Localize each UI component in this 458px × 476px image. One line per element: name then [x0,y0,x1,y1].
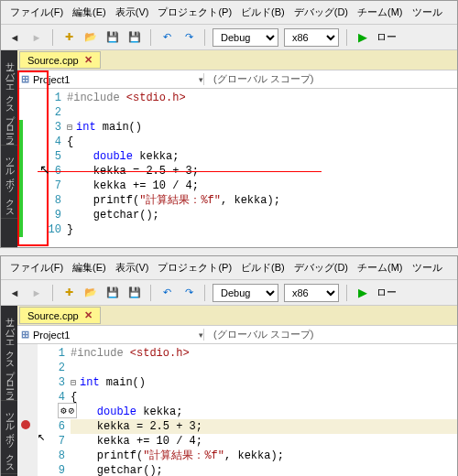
config-dropdown[interactable]: Debug [213,284,278,302]
redo-icon[interactable]: ↷ [180,285,197,301]
bottom-pane: ファイル(F) 編集(E) 表示(V) プロジェクト(P) ビルド(B) デバッ… [0,255,458,476]
toolbar: ◄ ► ✚ 📂 💾 💾 ↶ ↷ Debug x86 ▶ ロー [1,25,457,50]
toolbox-tab[interactable]: ツールボックス [1,401,17,474]
disable-icon[interactable]: ⊘ [69,405,75,416]
menu-view[interactable]: 表示(V) [112,259,153,276]
menu-build[interactable]: ビルド(B) [237,4,289,21]
top-pane: ファイル(F) 編集(E) 表示(V) プロジェクト(P) ビルド(B) デバッ… [0,0,458,248]
code-text[interactable]: #include <stdio.h> ⊟int main() { double … [71,344,457,476]
scope-crumb[interactable]: (グローバル スコープ) [208,328,453,341]
line-numbers: 12345678910 [34,89,67,239]
cpp-icon: ⊞ [21,329,29,341]
run-icon[interactable]: ▶ [354,29,371,46]
menu-file[interactable]: ファイル(F) [6,259,67,276]
file-tab[interactable]: Source.cpp ✕ [19,307,101,324]
menubar: ファイル(F) 編集(E) 表示(V) プロジェクト(P) ビルド(B) デバッ… [1,1,457,25]
code-text[interactable]: #include <stdio.h> ⊟int main() { double … [67,89,457,239]
menu-team[interactable]: チーム(M) [354,259,407,276]
menu-debug[interactable]: デバッグ(D) [290,259,352,276]
menu-project[interactable]: プロジェクト(P) [154,4,235,21]
project-crumb[interactable]: Project1 [33,330,70,341]
open-icon[interactable]: 📂 [82,29,99,46]
code-area[interactable]: 12345678910 #include <stdio.h> ⊟int main… [17,89,457,239]
side-tabs: サーバー エクスプローラー ツールボックス [1,50,17,247]
editor: Source.cpp ✕ ⊞ Project1 ▾ (グローバル スコープ) 1… [17,50,457,247]
breakpoint-margin[interactable] [17,344,38,476]
fold-icon[interactable]: ⊟ [71,376,80,391]
nav-back-icon[interactable]: ◄ [6,29,23,46]
file-tab-label: Source.cpp [27,55,79,66]
close-icon[interactable]: ✕ [84,309,93,321]
breakpoint-settings-popup[interactable]: ⚙ ⊘ [58,403,77,418]
nav-fwd-icon: ► [28,285,45,301]
close-icon[interactable]: ✕ [84,54,93,66]
save-icon[interactable]: 💾 [104,29,121,46]
toolbar: ◄ ► ✚ 📂 💾 💾 ↶ ↷ Debug x86 ▶ ロー [1,280,457,306]
menubar: ファイル(F) 編集(E) 表示(V) プロジェクト(P) ビルド(B) デバッ… [1,256,457,280]
menu-edit[interactable]: 編集(E) [69,259,110,276]
scope-crumb[interactable]: (グローバル スコープ) [208,72,453,86]
new-file-icon[interactable]: ✚ [60,285,77,301]
nav-back-icon[interactable]: ◄ [6,285,23,301]
file-tab-label: Source.cpp [27,310,79,321]
chevron-down-icon[interactable]: ▾ [199,330,203,340]
cpp-icon: ⊞ [21,73,29,85]
menu-file[interactable]: ファイル(F) [6,4,67,21]
server-explorer-tab[interactable]: サーバー エクスプローラー [1,306,17,401]
undo-icon[interactable]: ↶ [158,285,175,301]
platform-dropdown[interactable]: x86 [284,28,339,47]
menu-team[interactable]: チーム(M) [354,4,407,21]
save-all-icon[interactable]: 💾 [126,285,143,301]
code-area[interactable]: 12345678910 #include <stdio.h> ⊟int main… [17,344,457,476]
server-explorer-tab[interactable]: サーバー エクスプローラー [1,50,17,146]
redo-icon[interactable]: ↷ [180,29,197,46]
run-icon[interactable]: ▶ [354,285,371,301]
menu-tool[interactable]: ツール [409,259,446,276]
editor: Source.cpp ✕ ⊞ Project1 ▾ (グローバル スコープ) 1… [17,306,457,476]
project-crumb[interactable]: Project1 [33,74,70,85]
side-tabs: サーバー エクスプローラー ツールボックス [1,306,17,476]
gear-icon[interactable]: ⚙ [60,405,67,416]
config-dropdown[interactable]: Debug [213,28,278,47]
menu-view[interactable]: 表示(V) [112,4,153,21]
menu-tool[interactable]: ツール [409,4,446,21]
menu-edit[interactable]: 編集(E) [69,4,110,21]
new-file-icon[interactable]: ✚ [60,29,77,46]
save-all-icon[interactable]: 💾 [126,29,143,46]
toolbox-tab[interactable]: ツールボックス [1,146,17,219]
file-tab[interactable]: Source.cpp ✕ [19,51,101,69]
save-icon[interactable]: 💾 [104,285,121,301]
outline-margin [17,89,34,239]
open-icon[interactable]: 📂 [82,285,99,301]
nav-fwd-icon: ► [28,29,45,46]
chevron-down-icon[interactable]: ▾ [199,75,203,84]
fold-icon[interactable]: ⊟ [67,121,76,135]
run-label[interactable]: ロー [376,30,397,44]
platform-dropdown[interactable]: x86 [284,284,339,302]
run-label[interactable]: ロー [376,286,397,299]
menu-build[interactable]: ビルド(B) [237,259,289,276]
menu-debug[interactable]: デバッグ(D) [290,4,352,21]
undo-icon[interactable]: ↶ [158,29,175,46]
menu-project[interactable]: プロジェクト(P) [154,259,235,276]
breakpoint-icon[interactable] [21,420,30,429]
